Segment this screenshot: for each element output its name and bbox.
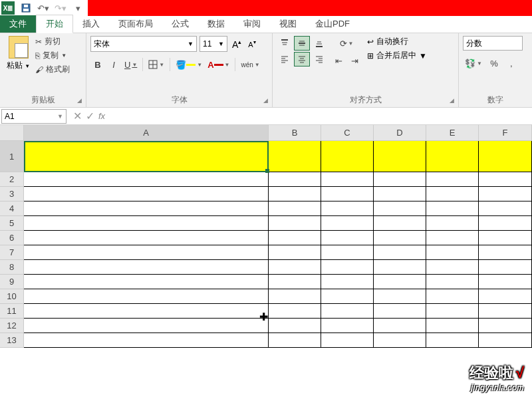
align-middle-button[interactable]	[294, 36, 310, 51]
save-button[interactable]	[19, 1, 33, 15]
tab-page-layout[interactable]: 页面布局	[109, 15, 162, 33]
cell-C9[interactable]	[321, 275, 374, 289]
row-header-10[interactable]: 10	[0, 289, 24, 304]
clipboard-launcher[interactable]: ◢	[75, 96, 83, 104]
cell-E10[interactable]	[426, 289, 479, 304]
decrease-indent-button[interactable]: ⇤	[331, 53, 346, 68]
copy-button[interactable]: ⎘复制 ▼	[35, 50, 70, 61]
cell-D9[interactable]	[374, 275, 426, 289]
font-color-button[interactable]: A▼	[205, 57, 231, 72]
cell-D3[interactable]	[374, 187, 426, 201]
cell-B12[interactable]	[269, 319, 321, 333]
cell-C11[interactable]	[321, 304, 374, 319]
cell-C3[interactable]	[321, 187, 374, 201]
cell-C8[interactable]	[321, 260, 374, 275]
cell-B7[interactable]	[269, 245, 321, 260]
cell-D11[interactable]	[374, 304, 426, 319]
row-header-3[interactable]: 3	[0, 187, 24, 201]
cell-E8[interactable]	[426, 260, 479, 275]
cell-C4[interactable]	[321, 201, 374, 216]
row-header-11[interactable]: 11	[0, 304, 24, 319]
col-header-F[interactable]: F	[479, 125, 532, 141]
tab-insert[interactable]: 插入	[73, 15, 109, 33]
cell-D4[interactable]	[374, 201, 426, 216]
cell-D6[interactable]	[374, 231, 426, 245]
underline-button[interactable]: U▼	[122, 57, 139, 72]
align-center-button[interactable]	[294, 52, 310, 66]
cell-E5[interactable]	[426, 216, 479, 231]
cell-A4[interactable]	[24, 201, 269, 216]
cell-F6[interactable]	[479, 231, 532, 245]
cell-B3[interactable]	[269, 187, 321, 201]
row-header-5[interactable]: 5	[0, 216, 24, 231]
cell-E1[interactable]	[426, 141, 479, 172]
cell-B2[interactable]	[269, 172, 321, 187]
row-header-1[interactable]: 1	[0, 141, 24, 172]
bold-button[interactable]: B	[90, 57, 105, 72]
accounting-format-button[interactable]: 💱▼	[463, 56, 484, 70]
orientation-button[interactable]: ⟳▼	[331, 36, 362, 51]
cell-A8[interactable]	[24, 260, 269, 275]
fill-color-button[interactable]: 🪣▼	[174, 57, 204, 72]
cell-B10[interactable]	[269, 289, 321, 304]
wrap-text-button[interactable]: ↩自动换行	[367, 36, 427, 47]
cell-C13[interactable]	[321, 333, 374, 348]
col-header-C[interactable]: C	[321, 125, 374, 141]
tab-review[interactable]: 审阅	[234, 15, 270, 33]
alignment-launcher[interactable]: ◢	[448, 96, 456, 104]
fx-icon[interactable]: fx	[98, 111, 105, 121]
row-header-9[interactable]: 9	[0, 275, 24, 289]
shrink-font-button[interactable]: A▾	[246, 39, 257, 49]
increase-indent-button[interactable]: ⇥	[347, 53, 362, 68]
merge-center-button[interactable]: ⊞合并后居中▼	[367, 50, 427, 61]
cell-B1[interactable]	[269, 141, 321, 172]
cell-E11[interactable]	[426, 304, 479, 319]
tab-file[interactable]: 文件	[0, 15, 36, 33]
cell-C2[interactable]	[321, 172, 374, 187]
cell-D10[interactable]	[374, 289, 426, 304]
italic-button[interactable]: I	[106, 57, 121, 72]
row-header-7[interactable]: 7	[0, 245, 24, 260]
number-format-select[interactable]: 分数	[463, 36, 523, 51]
cell-C12[interactable]	[321, 319, 374, 333]
row-header-8[interactable]: 8	[0, 260, 24, 275]
cell-A11[interactable]	[24, 304, 269, 319]
cell-E9[interactable]	[426, 275, 479, 289]
cells-grid[interactable]	[24, 141, 532, 348]
cell-A12[interactable]	[24, 319, 269, 333]
cell-B6[interactable]	[269, 231, 321, 245]
cell-D13[interactable]	[374, 333, 426, 348]
enter-formula-button[interactable]: ✓	[86, 110, 94, 122]
format-painter-button[interactable]: 🖌格式刷	[35, 64, 70, 75]
align-bottom-button[interactable]	[311, 36, 327, 51]
cell-D8[interactable]	[374, 260, 426, 275]
percent-button[interactable]: %	[487, 56, 501, 70]
cell-A10[interactable]	[24, 289, 269, 304]
cell-C5[interactable]	[321, 216, 374, 231]
name-box[interactable]: A1▼	[1, 109, 66, 124]
tab-pdf[interactable]: 金山PDF	[306, 15, 359, 33]
cell-C1[interactable]	[321, 141, 374, 172]
cell-F1[interactable]	[479, 141, 532, 172]
cell-A1[interactable]	[24, 141, 269, 172]
cell-D2[interactable]	[374, 172, 426, 187]
paste-button[interactable]: 粘贴 ▼	[7, 60, 30, 71]
font-name-select[interactable]: 宋体▼	[90, 36, 197, 52]
cell-B4[interactable]	[269, 201, 321, 216]
tab-formulas[interactable]: 公式	[162, 15, 198, 33]
cell-E2[interactable]	[426, 172, 479, 187]
tab-view[interactable]: 视图	[270, 15, 306, 33]
cell-F13[interactable]	[479, 333, 532, 348]
col-header-D[interactable]: D	[374, 125, 426, 141]
cell-B13[interactable]	[269, 333, 321, 348]
cell-A9[interactable]	[24, 275, 269, 289]
cell-F8[interactable]	[479, 260, 532, 275]
cell-A13[interactable]	[24, 333, 269, 348]
row-header-2[interactable]: 2	[0, 172, 24, 187]
cell-B8[interactable]	[269, 260, 321, 275]
cut-button[interactable]: ✂剪切	[35, 36, 70, 47]
row-header-12[interactable]: 12	[0, 319, 24, 333]
col-header-B[interactable]: B	[269, 125, 321, 141]
cell-E3[interactable]	[426, 187, 479, 201]
cell-C7[interactable]	[321, 245, 374, 260]
